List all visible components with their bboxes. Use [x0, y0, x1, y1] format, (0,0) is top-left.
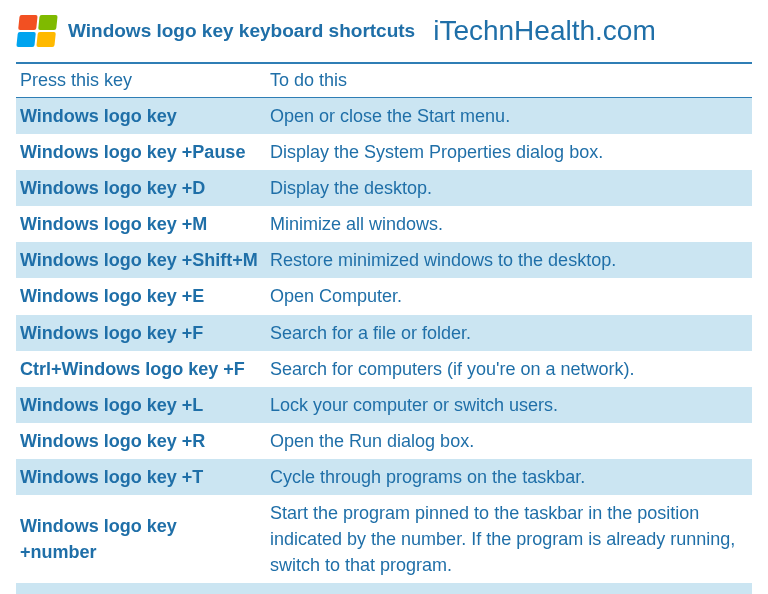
shortcut-key: Windows logo key +D	[16, 170, 266, 206]
shortcut-desc: Display the desktop.	[266, 170, 752, 206]
shortcut-desc: Restore minimized windows to the desktop…	[266, 242, 752, 278]
shortcut-key: Windows logo key +F	[16, 315, 266, 351]
table-row: Windows logo key +E Open Computer.	[16, 278, 752, 314]
table-row: Windows logo key +L Lock your computer o…	[16, 387, 752, 423]
shortcut-desc: Open the Run dialog box.	[266, 423, 752, 459]
table-row: Windows logo key +Shift+M Restore minimi…	[16, 242, 752, 278]
table-row: Shift+Windows logo key Start a new insta…	[16, 583, 752, 594]
table-row: Windows logo key Open or close the Start…	[16, 98, 752, 135]
shortcut-key: Windows logo key +Shift+M	[16, 242, 266, 278]
windows-logo-icon	[16, 12, 58, 50]
shortcut-key: Windows logo key +M	[16, 206, 266, 242]
table-header-row: Press this key To do this	[16, 63, 752, 98]
table-row: Windows logo key +M Minimize all windows…	[16, 206, 752, 242]
page-title: Windows logo key keyboard shortcuts	[68, 20, 415, 42]
shortcut-key: Windows logo key	[16, 98, 266, 135]
table-row: Windows logo key +T Cycle through progra…	[16, 459, 752, 495]
shortcut-key: Windows logo key +L	[16, 387, 266, 423]
table-row: Windows logo key +F Search for a file or…	[16, 315, 752, 351]
shortcut-desc: Lock your computer or switch users.	[266, 387, 752, 423]
shortcut-key: Ctrl+Windows logo key +F	[16, 351, 266, 387]
shortcut-desc: Open Computer.	[266, 278, 752, 314]
header: Windows logo key keyboard shortcuts iTec…	[16, 12, 752, 50]
shortcut-key: Windows logo key +number	[16, 495, 266, 583]
table-row: Ctrl+Windows logo key +F Search for comp…	[16, 351, 752, 387]
shortcuts-table: Press this key To do this Windows logo k…	[16, 62, 752, 594]
shortcut-desc: Open or close the Start menu.	[266, 98, 752, 135]
shortcut-key: Shift+Windows logo key	[16, 583, 266, 594]
brand-watermark: iTechnHealth.com	[433, 15, 656, 47]
shortcut-desc: Cycle through programs on the taskbar.	[266, 459, 752, 495]
shortcut-key: Windows logo key +R	[16, 423, 266, 459]
column-header-key: Press this key	[16, 63, 266, 98]
shortcut-key: Windows logo key +E	[16, 278, 266, 314]
table-row: Windows logo key +D Display the desktop.	[16, 170, 752, 206]
shortcut-desc: Display the System Properties dialog box…	[266, 134, 752, 170]
shortcut-desc: Start a new instance of the program pinn…	[266, 583, 752, 594]
shortcut-key: Windows logo key +Pause	[16, 134, 266, 170]
shortcut-key: Windows logo key +T	[16, 459, 266, 495]
shortcut-desc: Search for computers (if you're on a net…	[266, 351, 752, 387]
shortcut-desc: Minimize all windows.	[266, 206, 752, 242]
table-row: Windows logo key +Pause Display the Syst…	[16, 134, 752, 170]
column-header-desc: To do this	[266, 63, 752, 98]
table-row: Windows logo key +R Open the Run dialog …	[16, 423, 752, 459]
shortcut-desc: Start the program pinned to the taskbar …	[266, 495, 752, 583]
table-row: Windows logo key +number Start the progr…	[16, 495, 752, 583]
shortcut-desc: Search for a file or folder.	[266, 315, 752, 351]
